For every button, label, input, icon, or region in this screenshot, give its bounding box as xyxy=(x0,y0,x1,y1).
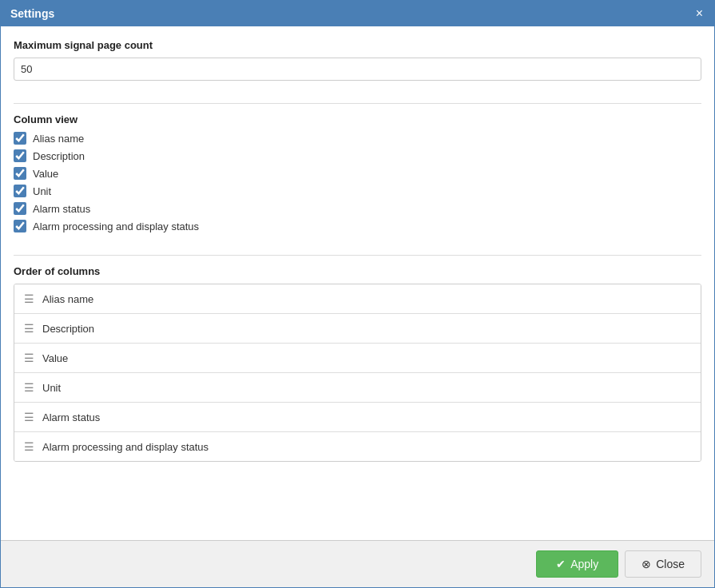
order-item-value[interactable]: ☰ Value xyxy=(14,344,701,373)
close-icon: ⊗ xyxy=(642,558,651,570)
order-item-unit[interactable]: ☰ Unit xyxy=(14,373,701,403)
checkbox-alarm-status[interactable]: Alarm status xyxy=(14,202,701,215)
order-columns-list: ☰ Alias name ☰ Description ☰ Value ☰ Uni… xyxy=(14,284,701,462)
divider-2 xyxy=(14,255,701,256)
checkbox-description-label: Description xyxy=(33,150,85,162)
checkbox-unit-input[interactable] xyxy=(14,185,26,197)
column-view-checkboxes: Alias name Description Value Unit Alarm xyxy=(14,132,701,232)
apply-button[interactable]: ✔ Apply xyxy=(536,550,618,578)
checkbox-value-input[interactable] xyxy=(14,167,26,180)
order-item-description-label: Description xyxy=(42,323,94,335)
checkbox-alias-name-label: Alias name xyxy=(33,133,84,145)
checkbox-alarm-status-label: Alarm status xyxy=(33,203,90,215)
order-item-alarm-processing[interactable]: ☰ Alarm processing and display status xyxy=(14,432,701,461)
drag-icon: ☰ xyxy=(24,352,34,364)
max-signal-section: Maximum signal page count xyxy=(14,39,701,81)
order-item-alias-name-label: Alias name xyxy=(42,293,93,305)
order-item-alarm-status-label: Alarm status xyxy=(42,411,100,423)
drag-icon: ☰ xyxy=(24,322,34,335)
order-item-alarm-processing-label: Alarm processing and display status xyxy=(42,441,209,453)
apply-icon: ✔ xyxy=(556,558,566,570)
max-signal-label: Maximum signal page count xyxy=(14,39,701,51)
drag-icon: ☰ xyxy=(24,440,34,453)
divider-1 xyxy=(14,103,701,104)
order-item-alarm-status[interactable]: ☰ Alarm status xyxy=(14,403,701,432)
checkbox-alias-name-input[interactable] xyxy=(14,132,26,145)
dialog-header: Settings × xyxy=(1,1,714,26)
dialog-footer: ✔ Apply ⊗ Close xyxy=(1,540,714,587)
close-button[interactable]: ⊗ Close xyxy=(625,550,701,578)
order-columns-label: Order of columns xyxy=(14,265,701,277)
column-view-section: Column view Alias name Description Value… xyxy=(14,113,701,232)
dialog-close-button[interactable]: × xyxy=(694,7,705,20)
checkbox-value-label: Value xyxy=(33,168,58,180)
dialog-title: Settings xyxy=(10,7,54,20)
drag-icon: ☰ xyxy=(24,292,34,305)
close-label: Close xyxy=(656,558,685,570)
order-item-alias-name[interactable]: ☰ Alias name xyxy=(14,284,701,314)
order-item-description[interactable]: ☰ Description xyxy=(14,314,701,344)
checkbox-unit-label: Unit xyxy=(33,185,51,197)
drag-icon: ☰ xyxy=(24,381,34,394)
drag-icon: ☰ xyxy=(24,411,34,423)
order-item-value-label: Value xyxy=(42,352,68,364)
apply-label: Apply xyxy=(570,558,598,570)
checkbox-description[interactable]: Description xyxy=(14,149,701,162)
dialog-body: Maximum signal page count Column view Al… xyxy=(1,26,714,540)
order-columns-section: Order of columns ☰ Alias name ☰ Descript… xyxy=(14,265,701,462)
checkbox-alarm-status-input[interactable] xyxy=(14,202,26,215)
checkbox-alarm-processing[interactable]: Alarm processing and display status xyxy=(14,220,701,232)
settings-dialog: Settings × Maximum signal page count Col… xyxy=(0,0,715,588)
checkbox-alarm-processing-input[interactable] xyxy=(14,220,26,232)
column-view-label: Column view xyxy=(14,113,701,125)
max-signal-input[interactable] xyxy=(14,58,701,81)
checkbox-value[interactable]: Value xyxy=(14,167,701,180)
order-item-unit-label: Unit xyxy=(42,382,61,394)
checkbox-unit[interactable]: Unit xyxy=(14,185,701,197)
checkbox-description-input[interactable] xyxy=(14,149,26,162)
checkbox-alias-name[interactable]: Alias name xyxy=(14,132,701,145)
checkbox-alarm-processing-label: Alarm processing and display status xyxy=(33,220,199,232)
